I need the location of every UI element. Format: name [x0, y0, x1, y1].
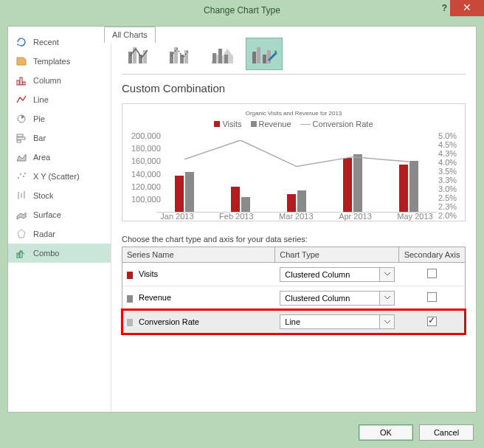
series-row-1: RevenueClustered Column — [122, 286, 465, 310]
templates-icon — [15, 55, 27, 67]
close-button[interactable]: ✕ — [450, 0, 484, 16]
stock-icon — [15, 190, 27, 201]
combo-subtype-custom[interactable] — [246, 38, 283, 70]
series-swatch — [127, 272, 133, 279]
sidebar-item-surface[interactable]: Surface — [8, 205, 111, 224]
series-row-2: Conversion RateLine — [122, 310, 465, 334]
tab-all-charts[interactable]: All Charts — [104, 27, 156, 43]
combo-icon — [15, 247, 27, 259]
svg-rect-29 — [224, 55, 228, 63]
sidebar-item-combo[interactable]: Combo — [8, 244, 111, 263]
series-name-label: Visits — [139, 269, 158, 278]
svg-rect-0 — [17, 80, 19, 85]
col-series-name: Series Name — [122, 247, 275, 262]
y-axis-left: 200,000180,000160,000140,000120,000100,0… — [131, 131, 155, 204]
pie-icon — [15, 113, 27, 125]
svg-rect-4 — [17, 134, 23, 137]
chart-type-dropdown[interactable]: Clustered Column — [280, 291, 395, 306]
sidebar-item-pie[interactable]: Pie — [8, 109, 111, 128]
sidebar-item-column[interactable]: Column — [8, 71, 111, 90]
sidebar-item-line[interactable]: Line — [8, 90, 111, 109]
bar-icon — [15, 132, 27, 144]
svg-rect-1 — [20, 77, 22, 85]
xy-icon — [15, 170, 27, 182]
help-button[interactable]: ? — [442, 3, 447, 13]
area-icon — [15, 151, 27, 163]
x-axis: Jan 2013Feb 2013Mar 2013Apr 2013May 2013 — [148, 212, 446, 221]
svg-point-10 — [23, 176, 24, 177]
svg-point-8 — [18, 177, 19, 179]
line-icon — [15, 94, 27, 106]
cancel-button[interactable]: Cancel — [419, 424, 474, 441]
series-name-label: Conversion Rate — [139, 317, 199, 326]
sidebar-item-stock[interactable]: Stock — [8, 186, 111, 205]
sidebar-item-bar[interactable]: Bar — [8, 128, 111, 148]
svg-rect-6 — [17, 140, 21, 142]
subtype-thumbnails — [122, 34, 466, 75]
chevron-down-icon — [379, 315, 394, 328]
main-panel: Custom Combination Organic Visits and Re… — [111, 27, 476, 412]
series-swatch — [127, 295, 133, 303]
series-name-label: Revenue — [139, 293, 171, 302]
preview-title: Organic Visits and Revenue for 2013 — [131, 110, 456, 117]
chevron-down-icon — [379, 268, 394, 281]
title-bar: Change Chart Type ? ✕ — [0, 0, 484, 21]
dialog-body: RecentTemplatesColumnLinePieBarAreaX Y (… — [7, 26, 477, 413]
column-icon — [15, 75, 27, 86]
y-axis-right: 5.0%4.5%4.3%4.0%3.5%3.3%3.0%2.5%2.3%2.0% — [438, 131, 456, 204]
radar-icon — [15, 228, 27, 240]
sidebar-item-templates[interactable]: Templates — [8, 52, 111, 71]
svg-rect-27 — [212, 53, 216, 63]
svg-rect-33 — [267, 50, 271, 63]
col-secondary-axis: Secondary Axis — [399, 247, 465, 262]
surface-icon — [15, 209, 27, 221]
sidebar-item-radar[interactable]: Radar — [8, 224, 111, 244]
secondary-axis-checkbox[interactable] — [427, 292, 437, 302]
svg-point-11 — [24, 173, 26, 174]
svg-rect-28 — [218, 49, 222, 63]
col-chart-type: Chart Type — [275, 247, 399, 262]
series-table: Series Name Chart Type Secondary Axis Vi… — [122, 247, 466, 334]
sidebar-item-xy[interactable]: X Y (Scatter) — [8, 167, 111, 186]
svg-rect-2 — [23, 82, 25, 85]
series-row-0: VisitsClustered Column — [122, 263, 465, 286]
svg-marker-15 — [18, 230, 25, 238]
svg-rect-5 — [17, 137, 25, 139]
chart-type-dropdown[interactable]: Line — [280, 314, 395, 329]
secondary-axis-checkbox[interactable] — [427, 269, 437, 278]
svg-point-9 — [20, 173, 21, 175]
preview-legend: Visits Revenue Conversion Rate — [131, 120, 456, 128]
recent-icon — [15, 36, 27, 48]
svg-rect-23 — [174, 47, 178, 63]
combo-subtype-3[interactable] — [204, 38, 241, 70]
svg-marker-7 — [17, 154, 26, 161]
svg-rect-32 — [263, 55, 266, 63]
sidebar-item-area[interactable]: Area — [8, 148, 111, 167]
subtype-heading: Custom Combination — [122, 82, 466, 94]
chart-category-sidebar: RecentTemplatesColumnLinePieBarAreaX Y (… — [8, 27, 111, 412]
svg-rect-31 — [257, 47, 260, 63]
plot-area — [156, 140, 437, 213]
svg-rect-30 — [252, 52, 256, 63]
sidebar-item-recent[interactable]: Recent — [8, 32, 111, 52]
chevron-down-icon — [379, 292, 394, 305]
chart-type-dropdown[interactable]: Clustered Column — [280, 267, 395, 282]
chart-preview: Organic Visits and Revenue for 2013 Visi… — [122, 103, 466, 221]
window-title: Change Chart Type — [0, 5, 484, 15]
series-instruction: Choose the chart type and axis for your … — [122, 235, 466, 244]
dialog-footer: OK Cancel — [359, 424, 474, 441]
secondary-axis-checkbox[interactable] — [427, 317, 437, 326]
ok-button[interactable]: OK — [359, 424, 413, 441]
series-swatch — [127, 319, 133, 326]
combo-subtype-2[interactable] — [163, 38, 200, 70]
